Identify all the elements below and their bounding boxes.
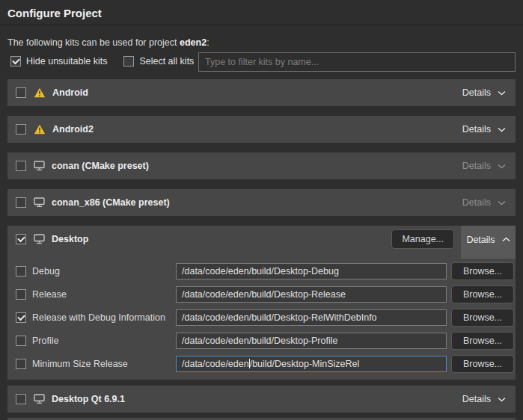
details-label: Details <box>462 197 491 208</box>
build-dir-field-release[interactable]: /data/code/eden/build/Desktop-Release <box>176 286 447 303</box>
kit-row-conan: conan (CMake preset) Details <box>7 152 516 179</box>
desktop-icon <box>34 394 45 404</box>
browse-button-relwithdebinfo[interactable]: Browse... <box>451 309 514 327</box>
kits-description: The following kits can be used for proje… <box>7 37 209 48</box>
build-config-row-debug: Debug /data/code/eden/build/Desktop-Debu… <box>7 262 516 280</box>
path-text-before-caret: /data/code/eden <box>182 359 249 369</box>
hide-unsuitable-kits-option: Hide unsuitable kits <box>10 56 107 67</box>
kit-checkbox-conan[interactable] <box>16 161 26 171</box>
kits-description-suffix: : <box>207 37 209 48</box>
details-label: Details <box>462 124 491 135</box>
desktop-icon <box>34 197 45 208</box>
page-title: Configure Project <box>7 7 102 19</box>
build-config-label: Minimum Size Release <box>32 359 128 369</box>
build-dir-field-profile[interactable]: /data/code/eden/build/Desktop-Profile <box>176 333 447 349</box>
hide-unsuitable-kits-checkbox[interactable] <box>10 56 21 67</box>
warning-icon <box>34 124 46 135</box>
details-button-desktop[interactable]: Details <box>461 226 516 259</box>
build-dir-field-minsizerel[interactable]: /data/code/eden/build/Desktop-MinSizeRel <box>176 356 447 372</box>
kit-filter-input[interactable] <box>198 52 516 72</box>
build-config-checkbox-relwithdebinfo[interactable] <box>16 312 26 323</box>
chevron-down-icon <box>498 90 506 96</box>
warning-icon <box>34 87 46 98</box>
browse-button-profile[interactable]: Browse... <box>451 332 514 350</box>
chevron-up-icon <box>502 237 510 242</box>
kit-name: Desktop <box>52 234 88 244</box>
configure-project-page: Configure Project The following kits can… <box>0 0 523 420</box>
details-label: Details <box>462 394 491 404</box>
kit-checkbox-desktop-qt[interactable] <box>16 394 26 404</box>
chevron-down-icon <box>498 200 506 206</box>
kit-checkbox-conan-x86[interactable] <box>16 197 26 208</box>
browse-button-release[interactable]: Browse... <box>451 285 514 303</box>
details-button-android2[interactable]: Details <box>453 116 516 143</box>
kit-row-android2: Android2 Details <box>7 116 516 143</box>
details-button-android[interactable]: Details <box>453 79 516 106</box>
select-all-kits-checkbox[interactable] <box>123 56 134 67</box>
browse-label: Browse... <box>463 336 502 346</box>
browse-label: Browse... <box>463 266 502 277</box>
select-all-kits-option: Select all kits <box>123 56 194 67</box>
build-dir-field-debug[interactable]: /data/code/eden/build/Desktop-Debug <box>176 263 447 280</box>
build-config-label: Debug <box>32 266 60 277</box>
browse-button-debug[interactable]: Browse... <box>451 262 514 280</box>
build-config-row-profile: Profile /data/code/eden/build/Desktop-Pr… <box>7 332 516 350</box>
browse-label: Browse... <box>463 312 502 323</box>
build-config-checkbox-minsizerel[interactable] <box>16 359 26 369</box>
details-label: Details <box>462 87 491 98</box>
details-label: Details <box>466 235 495 245</box>
hide-unsuitable-kits-label: Hide unsuitable kits <box>26 56 107 67</box>
build-config-row-release: Release /data/code/eden/build/Desktop-Re… <box>7 285 516 303</box>
kit-checkbox-android[interactable] <box>16 87 26 98</box>
chevron-down-icon <box>498 164 506 169</box>
chevron-down-icon <box>498 397 506 402</box>
select-all-kits-label: Select all kits <box>139 56 194 67</box>
browse-label: Browse... <box>463 289 502 300</box>
kit-name: Desktop Qt 6.9.1 <box>52 394 125 404</box>
kit-name: Android2 <box>52 124 94 135</box>
title-separator <box>0 25 523 25</box>
build-config-label: Release with Debug Information <box>32 312 165 323</box>
details-button-desktop-qt[interactable]: Details <box>453 386 516 413</box>
desktop-icon <box>34 161 45 171</box>
build-config-row-minsizerel: Minimum Size Release /data/code/eden/bui… <box>7 355 516 373</box>
kit-checkbox-android2[interactable] <box>16 124 26 135</box>
browse-label: Browse... <box>463 359 502 369</box>
manage-label: Manage... <box>402 234 444 244</box>
path-text-after-caret: /build/Desktop-MinSizeRel <box>250 359 360 369</box>
details-label: Details <box>462 161 491 171</box>
kit-name: conan_x86 (CMake preset) <box>52 197 170 208</box>
build-config-checkbox-debug[interactable] <box>16 266 26 277</box>
build-dir-field-relwithdebinfo[interactable]: /data/code/eden/build/Desktop-RelWithDeb… <box>176 309 447 326</box>
chevron-down-icon <box>498 127 506 132</box>
kit-row-android: Android Details <box>7 79 516 106</box>
kit-row-desktop-qt: Desktop Qt 6.9.1 Details <box>7 386 516 413</box>
browse-button-minsizerel[interactable]: Browse... <box>451 355 514 373</box>
build-config-label: Profile <box>32 336 58 346</box>
details-button-conan[interactable]: Details <box>453 152 516 179</box>
kit-row-conan-x86: conan_x86 (CMake preset) Details <box>7 189 516 216</box>
kit-checkbox-desktop[interactable] <box>16 234 26 244</box>
kit-block-desktop: Desktop Manage... Details Debug /data/co… <box>7 226 516 380</box>
build-config-label: Release <box>32 289 67 300</box>
details-button-conan-x86[interactable]: Details <box>453 189 516 216</box>
kit-row-desktop: Desktop Manage... Details <box>7 226 516 253</box>
build-config-checkbox-release[interactable] <box>16 289 26 300</box>
build-config-row-relwithdebinfo: Release with Debug Information /data/cod… <box>7 309 516 327</box>
kit-name: Android <box>52 87 88 98</box>
kit-name: conan (CMake preset) <box>52 161 149 171</box>
manage-kits-button[interactable]: Manage... <box>391 229 454 249</box>
desktop-icon <box>34 234 45 244</box>
project-name: eden2 <box>180 37 207 48</box>
kits-description-prefix: The following kits can be used for proje… <box>7 37 180 48</box>
build-config-checkbox-profile[interactable] <box>16 336 26 346</box>
filter-bar: Hide unsuitable kits Select all kits <box>10 56 194 67</box>
